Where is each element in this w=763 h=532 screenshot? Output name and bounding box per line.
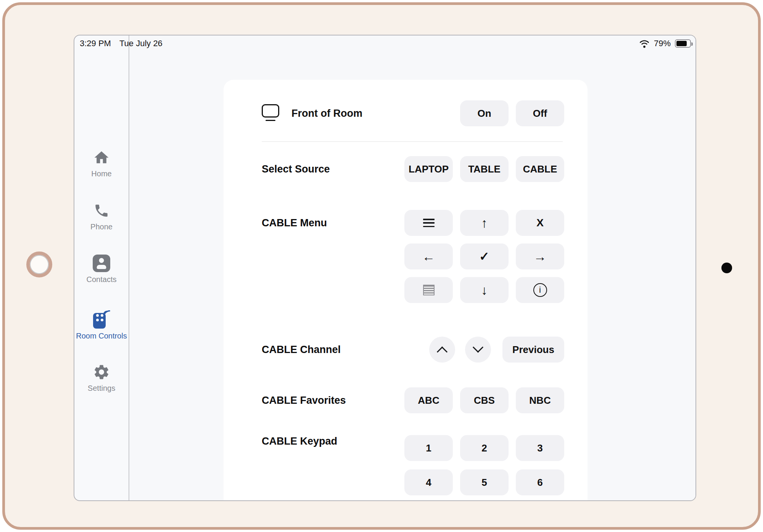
sidebar: Home Phone Contacts — [74, 35, 129, 500]
menu-key-exit[interactable]: X — [516, 210, 564, 236]
keypad-3-button[interactable]: 3 — [516, 435, 564, 461]
menu-key-info[interactable]: i — [516, 277, 564, 303]
keypad-6-button[interactable]: 6 — [516, 469, 564, 495]
display-off-button[interactable]: Off — [516, 100, 564, 126]
remote-control-icon — [93, 310, 110, 329]
cable-keypad-label: CABLE Keypad — [262, 435, 337, 447]
gear-icon — [93, 363, 110, 381]
sidebar-item-contacts[interactable]: Contacts — [74, 255, 129, 284]
keypad-5-button[interactable]: 5 — [460, 469, 509, 495]
source-cable-button[interactable]: CABLE — [516, 156, 564, 182]
keypad-4-button[interactable]: 4 — [404, 469, 453, 495]
menu-key-left[interactable]: ← — [404, 243, 453, 269]
favorite-cbs-button[interactable]: CBS — [460, 387, 509, 413]
arrow-right-icon: → — [534, 250, 547, 263]
screen: 3:29 PM Tue July 26 79% — [74, 35, 696, 501]
front-of-room-label: Front of Room — [291, 108, 362, 119]
arrow-up-icon: ↑ — [481, 216, 488, 229]
channel-down-button[interactable] — [465, 337, 491, 363]
menu-key-ok[interactable]: ✓ — [460, 243, 509, 269]
source-laptop-button[interactable]: LAPTOP — [404, 156, 453, 182]
keypad-1-button[interactable]: 1 — [404, 435, 453, 461]
guide-list-icon — [423, 285, 435, 295]
channel-previous-button[interactable]: Previous — [502, 337, 564, 363]
sidebar-item-label: Phone — [90, 222, 113, 231]
select-source-label: Select Source — [262, 163, 330, 175]
sidebar-item-home[interactable]: Home — [74, 149, 129, 178]
main-area: Front of Room On Off Select Source LAPTO… — [130, 35, 695, 500]
info-icon: i — [533, 283, 547, 297]
sidebar-item-label: Home — [91, 169, 111, 178]
menu-key-up[interactable]: ↑ — [460, 210, 509, 236]
check-icon: ✓ — [479, 250, 489, 263]
favorite-abc-button[interactable]: ABC — [404, 387, 453, 413]
home-icon — [93, 149, 110, 166]
channel-up-button[interactable] — [429, 337, 455, 363]
sidebar-item-label: Contacts — [87, 275, 117, 284]
camera-icon — [721, 263, 732, 273]
keypad-2-button[interactable]: 2 — [460, 435, 509, 461]
sidebar-item-settings[interactable]: Settings — [74, 363, 129, 393]
display-icon — [262, 104, 279, 121]
sidebar-item-room-controls[interactable]: Room Controls — [74, 310, 129, 340]
contacts-icon — [93, 255, 110, 272]
phone-icon — [93, 202, 110, 219]
favorite-nbc-button[interactable]: NBC — [516, 387, 564, 413]
chevron-up-icon — [437, 347, 447, 357]
menu-key-menu[interactable] — [404, 210, 453, 236]
screenshot-root: 3:29 PM Tue July 26 79% — [0, 0, 763, 532]
cable-channel-label: CABLE Channel — [262, 344, 341, 355]
close-x-icon: X — [536, 218, 544, 228]
arrow-left-icon: ← — [422, 250, 435, 263]
sidebar-item-label: Settings — [88, 384, 115, 393]
room-controls-panel: Front of Room On Off Select Source LAPTO… — [224, 80, 588, 501]
sidebar-item-label: Room Controls — [76, 332, 127, 340]
tablet-bezel: 3:29 PM Tue July 26 79% — [2, 2, 761, 530]
home-button[interactable] — [26, 251, 52, 277]
menu-key-down[interactable]: ↓ — [460, 277, 509, 303]
menu-key-right[interactable]: → — [516, 243, 564, 269]
divider — [262, 141, 563, 142]
cable-favorites-label: CABLE Favorites — [262, 395, 346, 406]
arrow-down-icon: ↓ — [481, 284, 488, 297]
menu-key-guide[interactable] — [404, 277, 453, 303]
display-on-button[interactable]: On — [460, 100, 509, 126]
source-table-button[interactable]: TABLE — [460, 156, 509, 182]
chevron-down-icon — [473, 342, 483, 353]
hamburger-menu-icon — [423, 219, 435, 227]
cable-menu-label: CABLE Menu — [262, 217, 327, 229]
sidebar-item-phone[interactable]: Phone — [74, 202, 129, 231]
